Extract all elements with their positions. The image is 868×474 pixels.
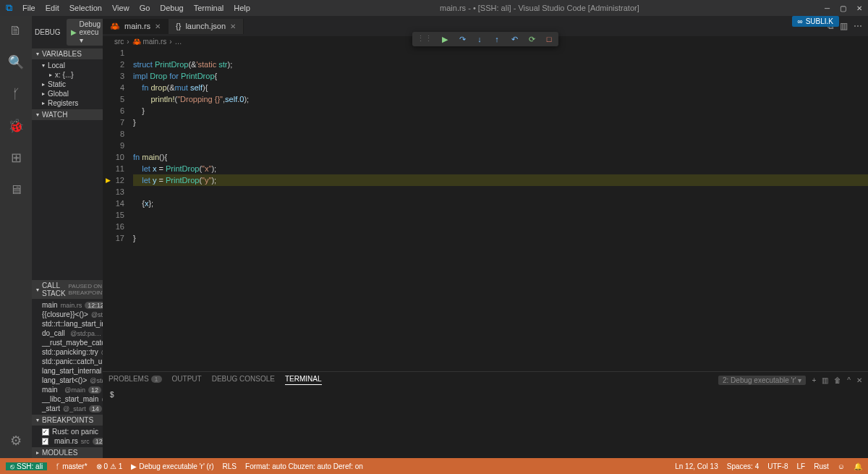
callstack-frame[interactable]: main@main12 — [32, 385, 103, 394]
line-number[interactable]: 12 — [103, 174, 124, 186]
callstack-frame[interactable]: {{closure}}<()>@std:rt:lang_s… — [32, 310, 103, 319]
line-number[interactable]: 10 — [103, 151, 124, 163]
line-number[interactable]: 6 — [103, 105, 124, 117]
debug-icon[interactable]: 🐞 — [0, 117, 24, 135]
extensions-icon[interactable]: ⊞ — [7, 149, 25, 166]
step-over-button[interactable]: ↷ — [457, 34, 467, 44]
continue-button[interactable]: ▶ — [440, 34, 450, 44]
status-item[interactable]: ☺ — [838, 462, 845, 470]
code-line[interactable]: } — [133, 117, 868, 128]
close-tab-icon[interactable]: ✕ — [230, 22, 236, 30]
line-number[interactable]: 11 — [103, 163, 124, 174]
menu-help[interactable]: Help — [229, 4, 255, 12]
tab-main-rs[interactable]: 🦀main.rs✕ — [103, 19, 169, 34]
status-item[interactable]: LF — [797, 462, 806, 470]
callstack-frame[interactable]: std::panic::catch_unwind@st… — [32, 357, 103, 366]
code-line[interactable]: fn drop(&mut self){ — [133, 82, 868, 93]
status-item[interactable]: Rust — [814, 462, 829, 470]
checkbox[interactable] — [42, 438, 48, 445]
line-number[interactable]: 17 — [103, 232, 124, 244]
code-lines[interactable]: struct PrintDrop(&'static str);impl Drop… — [133, 47, 868, 371]
debug-config-selector[interactable]: ▶ Debug execu ▾ — [67, 19, 103, 46]
variables-section-header[interactable]: ▾ Variables — [32, 48, 103, 59]
variable-item[interactable]: ▾ Local — [32, 61, 103, 70]
code-line[interactable]: {x}; — [133, 198, 868, 209]
code-line[interactable] — [133, 128, 868, 140]
status-item[interactable]: ⎋SSH: ali — [6, 462, 47, 470]
scm-icon[interactable]: ᚶ — [7, 85, 25, 103]
menu-debug[interactable]: Debug — [156, 4, 187, 12]
breakpoint-item[interactable]: main.rssrc12 — [32, 436, 103, 446]
terminal-action-icon[interactable]: ^ — [847, 376, 851, 384]
code-line[interactable]: println!("Dropping {}",self.0); — [133, 93, 868, 105]
menu-selection[interactable]: Selection — [65, 4, 106, 12]
callstack-frame[interactable]: lang_start_internal@std:rt:la… — [32, 366, 103, 376]
terminal-tab-terminal[interactable]: Terminal — [285, 375, 322, 385]
breadcrumb-item[interactable]: src — [114, 38, 124, 46]
remote-icon[interactable]: 🖥 — [7, 181, 25, 198]
line-number[interactable]: 13 — [103, 186, 124, 198]
terminal-tab-output[interactable]: Output — [172, 375, 202, 385]
code-line[interactable] — [133, 140, 868, 151]
stop-button[interactable]: □ — [544, 34, 554, 44]
status-item[interactable]: Spaces: 4 — [727, 462, 759, 470]
terminal-tab-problems[interactable]: Problems1 — [109, 375, 162, 385]
line-number[interactable]: 2 — [103, 59, 124, 70]
status-item[interactable]: ᚶmaster* — [56, 462, 87, 470]
code-line[interactable] — [133, 209, 868, 221]
callstack-frame[interactable]: std::rt::lang_start_internal::_} — [32, 319, 103, 329]
restart-button[interactable]: ⟳ — [527, 34, 537, 44]
code-line[interactable]: } — [133, 105, 868, 117]
minimap[interactable] — [827, 67, 868, 125]
code-line[interactable] — [133, 47, 868, 59]
checkbox[interactable] — [42, 428, 49, 436]
status-item[interactable]: ▶Debug executable 'r' (r) — [131, 462, 213, 470]
step-back-button[interactable]: ↶ — [509, 34, 519, 44]
breakpoints-section-header[interactable]: ▾ Breakpoints — [32, 415, 103, 426]
search-icon[interactable]: 🔍 — [7, 54, 25, 71]
step-out-button[interactable]: ↑ — [492, 34, 502, 44]
explorer-icon[interactable]: 🗎 — [7, 22, 25, 39]
breakpoint-item[interactable]: Rust: on panic — [32, 427, 103, 436]
status-item[interactable]: RLS — [223, 462, 237, 470]
watch-section-header[interactable]: ▾ Watch — [32, 109, 103, 120]
callstack-frame[interactable]: lang_start<()>@std:rt:lang_sta… — [32, 376, 103, 385]
drag-handle-icon[interactable]: ⋮⋮ — [417, 34, 433, 44]
status-item[interactable]: Ln 12, Col 13 — [675, 462, 718, 470]
line-number[interactable]: 7 — [103, 117, 124, 128]
terminal-tab-debug-console[interactable]: Debug Console — [212, 375, 275, 385]
variable-item[interactable]: ▸ x: {...} — [32, 70, 103, 80]
variable-item[interactable]: ▸ Global — [32, 89, 103, 98]
status-item[interactable]: 🔔 — [854, 462, 862, 470]
code-line[interactable]: fn main(){ — [133, 151, 868, 163]
terminal-action-icon[interactable]: ✕ — [856, 376, 862, 384]
code-line[interactable]: } — [133, 232, 868, 244]
code-line[interactable]: let x = PrintDrop("x"); — [133, 163, 868, 174]
line-number[interactable]: 16 — [103, 221, 124, 232]
callstack-frame[interactable]: __rust_maybe_catch_panic@_… — [32, 338, 103, 347]
terminal-action-icon[interactable]: ▥ — [822, 376, 828, 384]
variable-item[interactable]: ▸ Registers — [32, 98, 103, 108]
tab-action-icon[interactable]: ⋯ — [854, 21, 862, 31]
callstack-frame[interactable]: std::panicking::try@std:rt:la… — [32, 347, 103, 357]
minimize-icon[interactable]: ─ — [825, 4, 830, 12]
step-into-button[interactable]: ↓ — [475, 34, 485, 44]
variable-item[interactable]: ▸ Static — [32, 80, 103, 89]
status-item[interactable]: Format: auto Cbuzen: auto Deref: on — [245, 462, 363, 470]
sublink-badge[interactable]: ∞ SUBLI.K — [792, 16, 840, 27]
code-line[interactable] — [133, 221, 868, 232]
menu-file[interactable]: File — [18, 4, 40, 12]
menu-terminal[interactable]: Terminal — [190, 4, 229, 12]
code-line[interactable]: struct PrintDrop(&'static str); — [133, 59, 868, 70]
menu-view[interactable]: View — [108, 4, 134, 12]
callstack-frame[interactable]: mainmain.rs12:12 — [32, 300, 103, 310]
terminal-body[interactable]: $ — [103, 388, 868, 458]
maximize-icon[interactable]: ▢ — [840, 4, 846, 12]
terminal-action-icon[interactable]: + — [812, 376, 816, 384]
modules-section-header[interactable]: ▸ Modules — [32, 447, 103, 458]
line-number[interactable]: 15 — [103, 209, 124, 221]
terminal-selector[interactable]: 2: Debug executable 'r' ▾ — [718, 376, 806, 385]
callstack-frame[interactable]: _start@_start14 — [32, 404, 103, 413]
callstack-frame[interactable]: do_call@std:pa… — [32, 329, 103, 338]
line-number[interactable]: 1 — [103, 47, 124, 59]
